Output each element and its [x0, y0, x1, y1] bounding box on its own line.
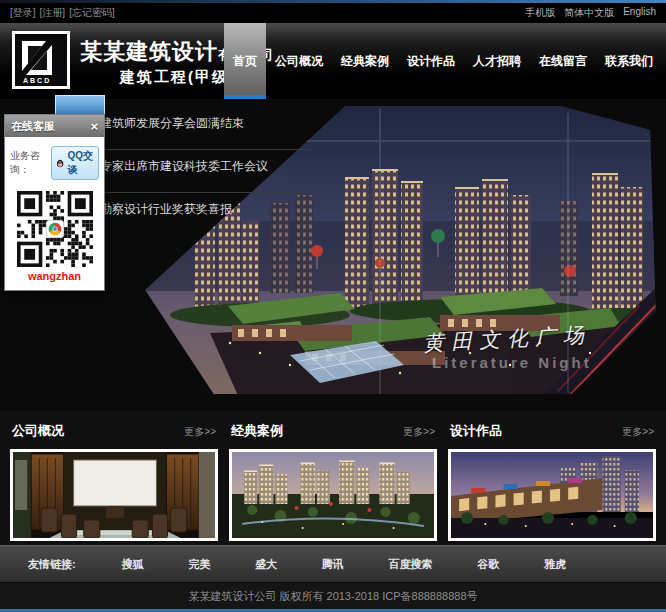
main-nav: 首页 公司概况 经典案例 设计作品 人才招聘 在线留言 联系我们: [224, 23, 662, 99]
topbar: [登录] [注册] [忘记密码] 手机版 简体中文版 English: [0, 3, 666, 23]
login-link[interactable]: [登录]: [10, 6, 36, 20]
section-classic-cases: 经典案例 更多>>: [229, 419, 437, 545]
nav-recruitment[interactable]: 人才招聘: [464, 23, 530, 99]
consult-label: 业务咨询：: [10, 149, 48, 177]
company-logo-icon: ABCD: [12, 31, 70, 89]
qq-chat-label: QQ交谈: [67, 149, 94, 177]
nav-home[interactable]: 首页: [224, 23, 266, 99]
news-item[interactable]: 勘察设计行业奖获奖喜报: [100, 193, 310, 235]
nav-online-message[interactable]: 在线留言: [530, 23, 596, 99]
site-header: ABCD 某某建筑设计有限公司 建筑工程(甲级) 首页 公司概况 经典案例 设计…: [0, 23, 666, 99]
news-list: 建筑师发展分享会圆满结束 专家出席市建设科技委工作会议 勘察设计行业奖获奖喜报: [100, 107, 310, 235]
hero-banner: 建筑师发展分享会圆满结束 专家出席市建设科技委工作会议 勘察设计行业奖获奖喜报: [0, 99, 666, 411]
forgot-password-link[interactable]: [忘记密码]: [69, 6, 115, 20]
nav-company-profile[interactable]: 公司概况: [266, 23, 332, 99]
section-design-works: 设计作品 更多>>: [448, 419, 656, 545]
more-link[interactable]: 更多>>: [403, 425, 435, 439]
close-icon[interactable]: ×: [90, 120, 98, 133]
online-service-panel: 在线客服 × 业务咨询： QQ交谈: [4, 114, 105, 291]
register-link[interactable]: [注册]: [40, 6, 66, 20]
company-name-main: 某某建筑设计: [80, 39, 218, 64]
nav-contact-us[interactable]: 联系我们: [596, 23, 662, 99]
account-links: [登录] [注册] [忘记密码]: [10, 6, 115, 20]
browser-logo-icon: [46, 220, 64, 238]
mobile-version-link[interactable]: 手机版: [525, 6, 555, 20]
service-panel-title: 在线客服: [11, 119, 55, 134]
friend-link-wanmei[interactable]: 完美: [188, 557, 210, 572]
friend-link-tencent[interactable]: 腾讯: [322, 557, 344, 572]
friend-links-bar: 友情链接: 搜狐 完美 盛大 腾讯 百度搜索 谷歌 雅虎: [0, 545, 666, 583]
qq-chat-button[interactable]: QQ交谈: [51, 146, 99, 180]
friend-link-google[interactable]: 谷歌: [477, 557, 499, 572]
more-link[interactable]: 更多>>: [184, 425, 216, 439]
copyright-text: 某某建筑设计公司 版权所有 2013-2018 ICP备888888888号: [188, 589, 477, 604]
section-company-profile: 公司概况 更多>>: [10, 419, 218, 545]
friend-links: 搜狐 完美 盛大 腾讯 百度搜索 谷歌 雅虎: [122, 557, 566, 572]
service-panel-body: 业务咨询： QQ交谈: [5, 137, 104, 290]
section-header: 经典案例 更多>>: [229, 419, 437, 449]
locale-links: 手机版 简体中文版 English: [525, 6, 656, 20]
friend-link-yahoo[interactable]: 雅虎: [544, 557, 566, 572]
banner-overlay-subtitle: Literature Night: [432, 354, 592, 371]
section-title: 公司概况: [12, 422, 64, 440]
company-profile-photo[interactable]: [10, 449, 218, 541]
simplified-chinese-link[interactable]: 简体中文版: [564, 6, 614, 20]
section-header: 公司概况 更多>>: [10, 419, 218, 449]
page: [登录] [注册] [忘记密码] 手机版 简体中文版 English ABCD: [0, 0, 666, 612]
more-link[interactable]: 更多>>: [622, 425, 654, 439]
section-header: 设计作品 更多>>: [448, 419, 656, 449]
friend-link-baidu[interactable]: 百度搜索: [389, 557, 433, 572]
friend-link-shengda[interactable]: 盛大: [255, 557, 277, 572]
nav-classic-cases[interactable]: 经典案例: [332, 23, 398, 99]
qr-code-block: [17, 191, 93, 267]
design-work-photo[interactable]: [448, 449, 656, 541]
svg-text:ABCD: ABCD: [23, 77, 51, 84]
footer: 某某建筑设计公司 版权所有 2013-2018 ICP备888888888号: [0, 583, 666, 612]
news-item[interactable]: 专家出席市建设科技委工作会议: [100, 150, 310, 193]
section-title: 经典案例: [231, 422, 283, 440]
content-sections: 公司概况 更多>>: [0, 411, 666, 545]
nav-design-works[interactable]: 设计作品: [398, 23, 464, 99]
section-title: 设计作品: [450, 422, 502, 440]
news-item[interactable]: 建筑师发展分享会圆满结束: [100, 107, 310, 150]
consult-row: 业务咨询： QQ交谈: [10, 146, 99, 180]
mini-banner-thumb[interactable]: [55, 95, 105, 116]
classic-case-photo[interactable]: [229, 449, 437, 541]
english-link[interactable]: English: [623, 6, 656, 20]
qr-caption: wangzhan: [10, 270, 99, 282]
service-panel-header: 在线客服 ×: [5, 115, 104, 137]
qq-penguin-icon: [56, 158, 64, 169]
friend-link-sohu[interactable]: 搜狐: [122, 557, 144, 572]
friend-links-label: 友情链接:: [28, 557, 76, 572]
